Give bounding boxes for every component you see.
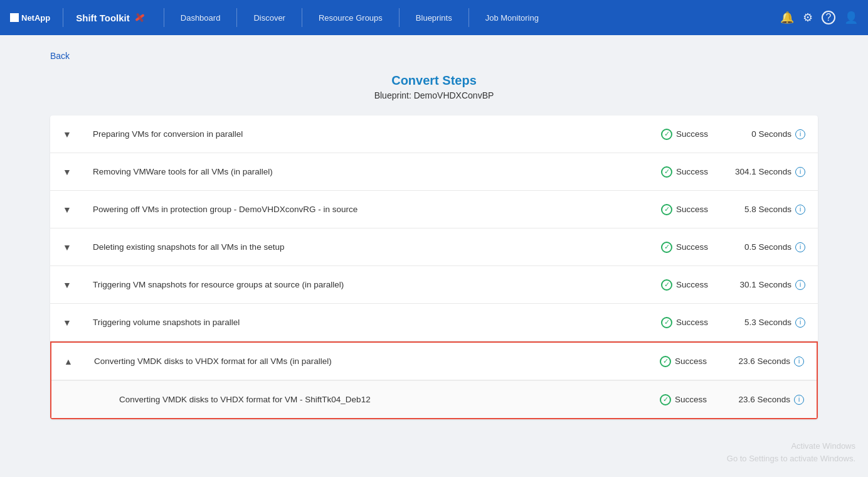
bell-icon[interactable]: 🔔 [780, 11, 794, 24]
main-content: Back Convert Steps Blueprint: DemoVHDXCo… [0, 35, 868, 477]
step-label: Deleting existing snapshots for all VMs … [93, 242, 661, 252]
seconds-value: 0.5 Seconds [744, 242, 791, 252]
netapp-logo: NetApp [10, 13, 50, 23]
chevron-icon[interactable]: ▼ [63, 129, 78, 139]
nav-resource-groups[interactable]: Resource Groups [310, 13, 391, 23]
success-icon: ✓ [661, 204, 672, 215]
nav-divider-3 [236, 8, 237, 27]
nav-job-monitoring[interactable]: Job Monitoring [477, 13, 548, 23]
step-seconds: 0 Secondsi [724, 129, 805, 139]
user-icon[interactable]: 👤 [844, 11, 858, 24]
svg-rect-1 [136, 13, 144, 22]
nav-divider-2 [164, 8, 164, 27]
info-icon[interactable]: i [795, 205, 805, 215]
step-label: Powering off VMs in protection group - D… [93, 205, 661, 214]
steps-table: ▼Preparing VMs for conversion in paralle… [50, 115, 818, 419]
status-text: Success [675, 356, 707, 366]
info-icon[interactable]: i [795, 318, 805, 328]
step-row: ▼Triggering VM snapshots for resource gr… [50, 266, 818, 304]
chevron-icon[interactable]: ▲ [64, 356, 79, 367]
seconds-value: 5.8 Seconds [744, 205, 791, 214]
success-icon: ✓ [661, 129, 672, 140]
success-icon: ✓ [661, 317, 672, 328]
step-label: Converting VMDK disks to VHDX format for… [94, 356, 660, 366]
chevron-icon[interactable]: ▼ [63, 205, 78, 215]
brand: NetApp Shift Toolkit [10, 8, 146, 27]
info-icon[interactable]: i [794, 395, 804, 405]
step-seconds: 304.1 Secondsi [724, 167, 805, 177]
chevron-icon[interactable]: ▼ [63, 167, 78, 177]
step-status: ✓Success [661, 279, 724, 291]
info-icon[interactable]: i [794, 356, 804, 367]
step-label: Preparing VMs for conversion in parallel [93, 129, 661, 139]
status-text: Success [676, 129, 708, 139]
shift-toolkit-label: Shift Toolkit [76, 11, 146, 24]
seconds-value: 304.1 Seconds [735, 167, 791, 176]
info-icon[interactable]: i [795, 129, 805, 139]
chevron-icon[interactable]: ▼ [63, 318, 78, 328]
nav-divider-4 [302, 8, 302, 27]
navbar: NetApp Shift Toolkit Dashboard Discover … [0, 0, 868, 35]
step-row: ▲Converting VMDK disks to VHDX format fo… [51, 343, 817, 380]
sub-step-status: ✓Success [660, 394, 722, 405]
step-status: ✓Success [660, 356, 722, 367]
step-seconds: 23.6 Secondsi [722, 356, 804, 367]
success-icon: ✓ [660, 394, 671, 405]
info-icon[interactable]: i [795, 280, 805, 290]
seconds-value: 0 Seconds [751, 129, 791, 139]
step-seconds: 5.8 Secondsi [724, 205, 805, 215]
success-icon: ✓ [660, 356, 671, 367]
netapp-label: NetApp [21, 13, 50, 23]
status-text: Success [676, 318, 708, 327]
status-text: Success [676, 205, 708, 214]
sub-step-seconds: 23.6 Secondsi [722, 395, 804, 405]
nav-discover[interactable]: Discover [245, 13, 294, 23]
step-status: ✓Success [661, 204, 724, 215]
back-link[interactable]: Back [50, 51, 70, 61]
status-text: Success [676, 280, 708, 289]
help-icon[interactable]: ? [822, 11, 835, 24]
wrench-icon [134, 11, 146, 24]
nav-dashboard[interactable]: Dashboard [172, 13, 230, 23]
nav-links: Dashboard Discover Resource Groups Bluep… [172, 8, 780, 27]
netapp-square-icon [10, 13, 19, 22]
gear-icon[interactable]: ⚙ [803, 11, 813, 24]
step-status: ✓Success [661, 242, 724, 253]
nav-blueprints[interactable]: Blueprints [407, 13, 461, 23]
step-seconds: 5.3 Secondsi [724, 318, 805, 328]
step-status: ✓Success [661, 166, 724, 178]
step-seconds: 30.1 Secondsi [724, 280, 805, 290]
page-title: Convert Steps [50, 73, 818, 88]
page-subtitle: Blueprint: DemoVHDXConvBP [50, 90, 818, 100]
step-status: ✓Success [661, 129, 724, 140]
info-icon[interactable]: i [795, 167, 805, 177]
nav-divider-6 [468, 8, 469, 27]
seconds-value: 23.6 Seconds [738, 395, 790, 404]
seconds-value: 23.6 Seconds [738, 356, 790, 366]
success-icon: ✓ [661, 279, 672, 291]
seconds-value: 5.3 Seconds [744, 318, 791, 327]
status-text: Success [675, 395, 707, 404]
step-row: ▼Preparing VMs for conversion in paralle… [50, 115, 818, 153]
step-row: ▼Deleting existing snapshots for all VMs… [50, 228, 818, 266]
step-row: ▼Triggering volume snapshots in parallel… [50, 304, 818, 341]
info-icon[interactable]: i [795, 242, 805, 252]
chevron-icon[interactable]: ▼ [63, 280, 78, 290]
step-row: ▼Removing VMWare tools for all VMs (in p… [50, 153, 818, 191]
step-seconds: 0.5 Secondsi [724, 242, 805, 252]
success-icon: ✓ [661, 166, 672, 178]
sub-step-row: Converting VMDK disks to VHDX format for… [51, 380, 817, 418]
seconds-value: 30.1 Seconds [739, 280, 791, 289]
chevron-icon[interactable]: ▼ [63, 242, 78, 252]
highlighted-step-section: ▲Converting VMDK disks to VHDX format fo… [50, 341, 818, 419]
nav-divider-1 [63, 8, 63, 27]
step-status: ✓Success [661, 317, 724, 328]
nav-divider-5 [399, 8, 400, 27]
sub-step-label: Converting VMDK disks to VHDX format for… [119, 395, 660, 404]
step-label: Triggering VM snapshots for resource gro… [93, 280, 661, 289]
step-label: Removing VMWare tools for all VMs (in pa… [93, 167, 661, 176]
status-text: Success [676, 242, 708, 252]
step-row: ▼Powering off VMs in protection group - … [50, 191, 818, 228]
step-label: Triggering volume snapshots in parallel [93, 318, 661, 327]
success-icon: ✓ [661, 242, 672, 253]
